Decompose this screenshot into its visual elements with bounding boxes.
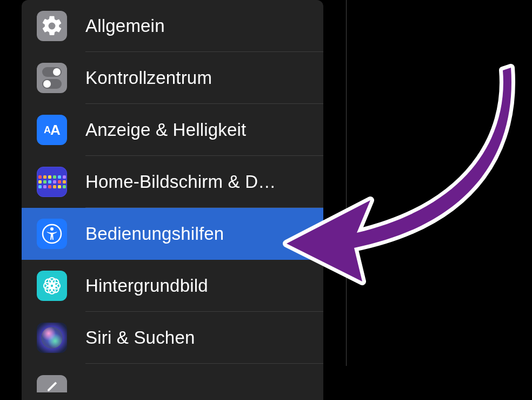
menu-item-label: Kontrollzentrum — [85, 68, 223, 88]
menu-item-control-center[interactable]: Kontrollzentrum — [22, 52, 323, 104]
menu-item-label: Anzeige & Helligkeit — [85, 120, 257, 140]
menu-item-siri[interactable]: Siri & Suchen — [22, 312, 323, 364]
menu-item-display[interactable]: AA Anzeige & Helligkeit — [22, 104, 323, 156]
menu-item-label: Home-Bildschirm & D… — [85, 172, 287, 192]
pencil-icon — [37, 375, 67, 392]
siri-icon — [37, 323, 67, 353]
menu-item-wallpaper[interactable]: Hintergrundbild — [22, 260, 323, 312]
svg-point-1 — [50, 227, 54, 231]
vertical-separator — [346, 0, 347, 366]
menu-item-label: Bedienungshilfen — [85, 224, 235, 244]
menu-item-general[interactable]: Allgemein — [22, 0, 323, 52]
menu-item-accessibility[interactable]: Bedienungshilfen — [22, 208, 323, 260]
gear-icon — [37, 11, 67, 41]
home-screen-icon — [37, 167, 67, 197]
settings-sidebar: Allgemein Kontrollzentrum AA Anzeige & H… — [22, 0, 323, 400]
menu-item-home-screen[interactable]: Home-Bildschirm & D… — [22, 156, 323, 208]
accessibility-icon — [37, 219, 67, 249]
menu-item-label: Siri & Suchen — [85, 327, 206, 348]
menu-item-partial[interactable] — [22, 364, 323, 392]
control-center-icon — [37, 63, 67, 93]
display-icon: AA — [37, 115, 67, 145]
wallpaper-icon — [37, 271, 67, 301]
menu-item-label: Allgemein — [85, 16, 176, 36]
menu-item-label: Hintergrundbild — [85, 276, 219, 296]
